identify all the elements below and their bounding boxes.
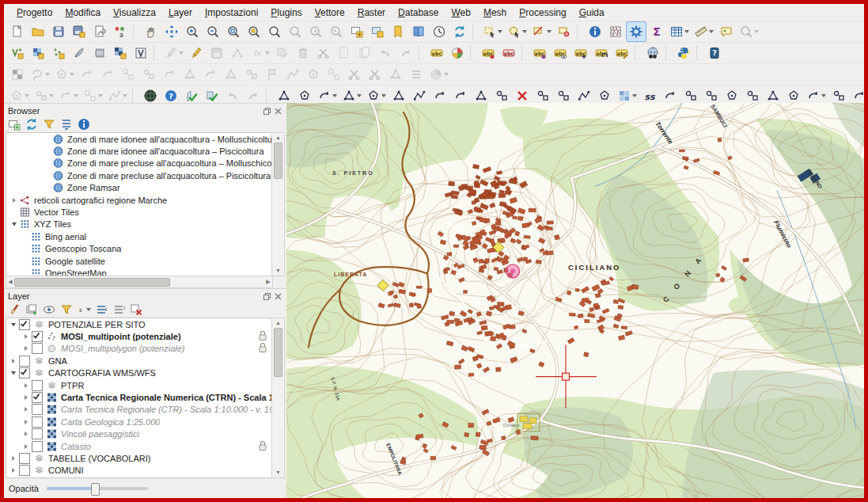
expander-icon[interactable]	[8, 358, 18, 364]
open-layer-styling-button[interactable]	[7, 303, 21, 317]
collapse-all-button[interactable]	[59, 118, 74, 131]
expander-icon[interactable]	[21, 382, 31, 389]
browser-item[interactable]: Bing aerial	[6, 230, 272, 242]
expander-icon[interactable]	[21, 333, 31, 340]
processing-toolbox-button[interactable]	[626, 21, 646, 42]
layer-visibility-checkbox[interactable]	[32, 428, 43, 439]
expander-icon[interactable]	[8, 321, 18, 328]
menu-visualizza[interactable]: Visualizza	[107, 6, 162, 20]
project-properties-button[interactable]	[89, 21, 110, 42]
expander-icon[interactable]	[21, 419, 31, 425]
add-vector-layer-button[interactable]	[28, 43, 48, 63]
opacity-slider[interactable]	[47, 487, 148, 490]
expander-icon[interactable]	[21, 443, 31, 450]
expander-icon[interactable]	[8, 467, 18, 473]
open-attribute-table-button[interactable]	[667, 21, 692, 42]
expander-icon[interactable]	[21, 406, 31, 413]
map-canvas[interactable]: S. PIETROLIBERATACICILIANOC O N ATorrent…	[286, 103, 864, 498]
browser-float-button[interactable]	[263, 107, 271, 116]
filter-legend-button[interactable]	[59, 303, 74, 317]
open-data-source-manager-button[interactable]	[7, 43, 28, 63]
expander-icon[interactable]	[9, 221, 19, 227]
new-spatial-bookmark-button[interactable]	[388, 21, 408, 42]
layer-item[interactable]: GNA	[6, 355, 272, 367]
layer-item[interactable]: Catasto	[6, 440, 272, 452]
layer-visibility-checkbox[interactable]	[19, 453, 30, 464]
menu-database[interactable]: Database	[392, 6, 445, 20]
pan-to-selection-button[interactable]	[161, 21, 182, 42]
layer-close-button[interactable]	[274, 292, 282, 301]
expander-icon[interactable]	[21, 431, 31, 437]
browser-item[interactable]: Zone di mare idonee all'acquacoltura – P…	[6, 145, 272, 157]
add-postgis-layer-button[interactable]	[89, 43, 110, 63]
save-project-as-button[interactable]	[69, 21, 89, 42]
browser-item[interactable]: XYZ Tiles	[6, 219, 272, 230]
layer-item[interactable]: OSM Standard	[6, 477, 272, 478]
menu-raster[interactable]: Raster	[351, 6, 392, 20]
add-delimited-text-layer-button[interactable]	[69, 43, 89, 63]
browser-item[interactable]: Geoscopio Toscana	[6, 243, 272, 255]
layer-visibility-checkbox[interactable]	[32, 380, 43, 391]
browser-close-button[interactable]	[274, 107, 282, 116]
manage-map-themes-button[interactable]	[42, 303, 56, 317]
menu-guida[interactable]: Guida	[573, 6, 611, 20]
refresh-browser-button[interactable]	[25, 118, 39, 131]
layer-item[interactable]: POTENZIALE PER SITO	[6, 318, 272, 330]
identify-features-button[interactable]	[585, 21, 605, 42]
add-group-button[interactable]	[25, 303, 39, 317]
menu-plugins[interactable]: Plugins	[264, 6, 308, 20]
layer-float-button[interactable]	[263, 292, 271, 301]
layer-vertical-scrollbar[interactable]: ▲ ▼	[271, 318, 285, 478]
show-spatial-bookmarks-button[interactable]	[408, 21, 429, 42]
layer-diagram-options-button[interactable]	[447, 43, 468, 63]
expand-all-button[interactable]	[94, 303, 108, 317]
toggle-editing-button[interactable]	[186, 43, 207, 63]
layer-visibility-checkbox[interactable]	[19, 367, 30, 378]
browser-item[interactable]: Zone di mare precluse all'acquacoltura –…	[6, 169, 272, 181]
statistical-summary-button[interactable]: Σ	[646, 21, 667, 42]
new-project-button[interactable]	[7, 21, 28, 42]
layer-item[interactable]: Vincoli paesaggistici	[6, 428, 272, 440]
map-tips-button[interactable]	[716, 21, 737, 42]
layer-item[interactable]: PTPR	[6, 379, 272, 391]
browser-vertical-scrollbar[interactable]: ▲ ▼	[271, 132, 285, 276]
layer-visibility-checkbox[interactable]	[32, 392, 43, 403]
properties-button[interactable]	[77, 118, 91, 131]
layer-visibility-checkbox[interactable]	[19, 465, 30, 476]
collapse-all-layers-button[interactable]	[112, 303, 126, 317]
expander-icon[interactable]	[8, 455, 18, 462]
layer-visibility-checkbox[interactable]	[19, 477, 30, 478]
move-label-button[interactable]: abc	[529, 43, 550, 63]
zoom-in-button[interactable]	[182, 21, 203, 42]
browser-item[interactable]: Google satellite	[6, 255, 272, 267]
menu-layer[interactable]: Layer	[162, 6, 199, 20]
zoom-full-extent-button[interactable]	[223, 21, 244, 42]
open-project-button[interactable]	[28, 21, 48, 42]
browser-item[interactable]: Zone Ramsar	[6, 182, 272, 194]
menu-modifica[interactable]: Modifica	[59, 6, 107, 20]
pan-map-button[interactable]	[141, 21, 161, 42]
add-selected-layers-button[interactable]	[7, 118, 21, 131]
add-virtual-layer-button[interactable]	[131, 43, 151, 63]
layer-visibility-checkbox[interactable]	[32, 331, 43, 342]
layer-visibility-checkbox[interactable]	[32, 441, 43, 452]
expander-icon[interactable]	[21, 394, 31, 401]
layer-labeling-options-button[interactable]: abc	[426, 43, 447, 63]
save-project-button[interactable]	[48, 21, 69, 42]
browser-item[interactable]: Zone di mare idonee all'acquacoltura - M…	[6, 133, 272, 145]
menu-mesh[interactable]: Mesh	[477, 6, 513, 20]
select-features-button[interactable]	[480, 21, 505, 42]
layer-visibility-checkbox[interactable]	[32, 404, 43, 415]
temporal-controller-button[interactable]	[429, 21, 449, 42]
menu-progetto[interactable]: Progetto	[10, 6, 59, 20]
zoom-to-selection-button[interactable]	[264, 21, 285, 42]
menu-web[interactable]: Web	[445, 6, 476, 20]
layer-visibility-checkbox[interactable]	[32, 416, 43, 428]
metasearch-button[interactable]	[642, 43, 663, 63]
add-wms-wmts-layer-button[interactable]	[110, 43, 131, 63]
style-manager-button[interactable]: a	[110, 21, 131, 42]
zoom-out-button[interactable]	[203, 21, 223, 42]
measure-button[interactable]	[692, 21, 716, 42]
select-features-by-value-button[interactable]	[505, 21, 529, 42]
layer-item[interactable]: Carta Tecnica Regionale (CTR) - Scala 1:…	[6, 404, 272, 416]
